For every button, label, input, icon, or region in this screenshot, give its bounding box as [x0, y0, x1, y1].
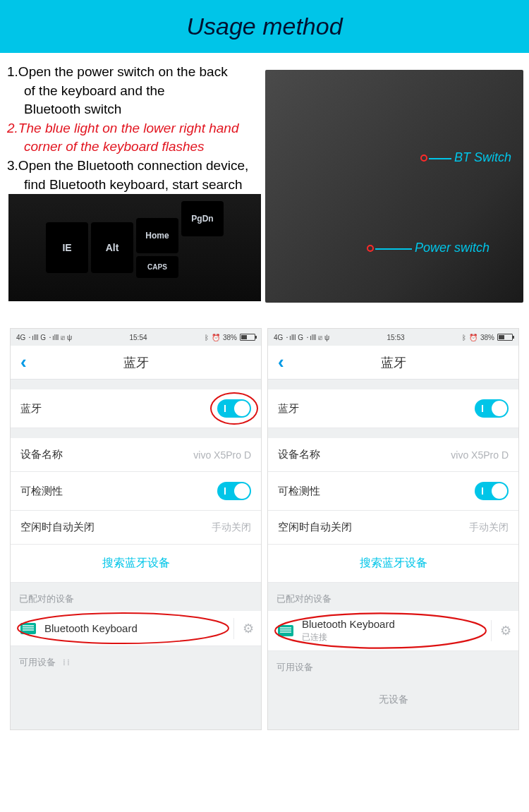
- power-switch-line: [375, 248, 412, 250]
- bluetooth-master-row[interactable]: 蓝牙: [268, 389, 518, 428]
- status-right: ᛒ ⏰ 38%: [205, 334, 255, 341]
- titlebar: ‹ 蓝牙: [11, 346, 261, 380]
- battery-icon: [497, 334, 513, 341]
- device-settings-icon[interactable]: ⚙: [233, 618, 254, 639]
- bt-switch-line: [429, 158, 451, 159]
- svg-point-0: [18, 613, 229, 643]
- header-bar: Usage method: [0, 0, 529, 53]
- alarm-icon: ⏰: [212, 334, 220, 341]
- page-title: Usage method: [0, 13, 529, 40]
- device-settings-icon[interactable]: ⚙: [491, 620, 511, 641]
- bt-switch-label: BT Switch: [454, 150, 511, 165]
- status-time: 15:53: [387, 334, 404, 341]
- status-left: 4G ⬝ılll G ⬝ılll ⎚ ψ: [274, 334, 329, 341]
- search-devices-button[interactable]: 搜索蓝牙设备: [268, 545, 518, 583]
- instruction-step-1: 1.Open the power switch on the back of t…: [7, 63, 275, 119]
- status-left: 4G ⬝ılll G ⬝ılll ⎚ ψ: [16, 334, 72, 341]
- key-alt: Alt: [91, 222, 133, 273]
- instruction-step-2: 2.The blue light on the lower right hand…: [7, 119, 275, 157]
- bluetooth-toggle[interactable]: [475, 399, 509, 418]
- bt-switch-marker: [420, 154, 427, 162]
- phone-screenshot-after: 4G ⬝ılll G ⬝ılll ⎚ ψ 15:53 ᛒ ⏰ 38% ‹ 蓝牙 …: [267, 328, 519, 730]
- available-header: 可用设备: [268, 651, 518, 679]
- loading-icon: ⁞⁞: [63, 658, 71, 667]
- battery-pct: 38%: [223, 334, 237, 341]
- auto-off-row[interactable]: 空闲时自动关闭 手动关闭: [268, 511, 518, 545]
- device-name-row[interactable]: 设备名称 vivo X5Pro D: [11, 438, 261, 472]
- battery-icon: [240, 334, 255, 341]
- keyboard-back-photo: BT Switch Power switch: [265, 70, 523, 303]
- battery-pct: 38%: [480, 334, 494, 341]
- alarm-icon: ⏰: [469, 334, 478, 341]
- key-caps: CAPS: [136, 256, 178, 278]
- available-header: 可用设备 ⁞⁞: [11, 646, 261, 674]
- bluetooth-icon: ᛒ: [462, 334, 466, 341]
- paired-header: 已配对的设备: [11, 583, 261, 611]
- bluetooth-master-row[interactable]: 蓝牙: [11, 389, 261, 428]
- discoverable-row[interactable]: 可检测性: [268, 472, 518, 511]
- bluetooth-toggle[interactable]: [217, 399, 251, 418]
- key-pgdn: PgDn: [181, 201, 224, 236]
- status-bar: 4G ⬝ılll G ⬝ılll ⎚ ψ 15:54 ᛒ ⏰ 38%: [11, 329, 261, 346]
- screenshots-row: 4G ⬝ılll G ⬝ılll ⎚ ψ 15:54 ᛒ ⏰ 38% ‹ 蓝牙 …: [0, 307, 529, 744]
- keyboard-front-photo: IE Alt Home CAPS PgDn: [8, 194, 261, 301]
- search-devices-button[interactable]: 搜索蓝牙设备: [11, 545, 261, 583]
- no-device-text: 无设备: [268, 679, 518, 720]
- status-bar: 4G ⬝ılll G ⬝ılll ⎚ ψ 15:53 ᛒ ⏰ 38%: [268, 329, 518, 346]
- discoverable-toggle[interactable]: [217, 482, 251, 500]
- key-ie: IE: [46, 222, 88, 273]
- power-switch-marker: [367, 245, 374, 252]
- screen-title: 蓝牙: [268, 354, 518, 371]
- paired-device-row[interactable]: Bluetooth Keyboard ⚙: [11, 611, 261, 646]
- discoverable-toggle[interactable]: [475, 482, 509, 500]
- titlebar: ‹ 蓝牙: [268, 346, 518, 380]
- phone-screenshot-before: 4G ⬝ılll G ⬝ılll ⎚ ψ 15:54 ᛒ ⏰ 38% ‹ 蓝牙 …: [10, 328, 262, 730]
- status-right: ᛒ ⏰ 38%: [462, 334, 513, 341]
- screen-title: 蓝牙: [11, 354, 261, 371]
- back-button[interactable]: ‹: [268, 351, 294, 373]
- power-switch-label: Power switch: [415, 241, 490, 255]
- highlight-ellipse: [16, 611, 230, 646]
- device-name-row[interactable]: 设备名称 vivo X5Pro D: [268, 438, 518, 472]
- key-home: Home: [136, 218, 178, 253]
- paired-device-row[interactable]: Bluetooth Keyboard 已连接 ⚙: [268, 611, 518, 651]
- back-button[interactable]: ‹: [11, 351, 37, 373]
- paired-header: 已配对的设备: [268, 583, 518, 611]
- auto-off-row[interactable]: 空闲时自动关闭 手动关闭: [11, 511, 261, 545]
- discoverable-row[interactable]: 可检测性: [11, 472, 261, 511]
- instructions-area: 1.Open the power switch on the back of t…: [0, 53, 529, 307]
- highlight-ellipse: [274, 611, 487, 650]
- status-time: 15:54: [129, 334, 147, 341]
- bluetooth-icon: ᛒ: [205, 334, 209, 341]
- svg-point-1: [275, 613, 486, 648]
